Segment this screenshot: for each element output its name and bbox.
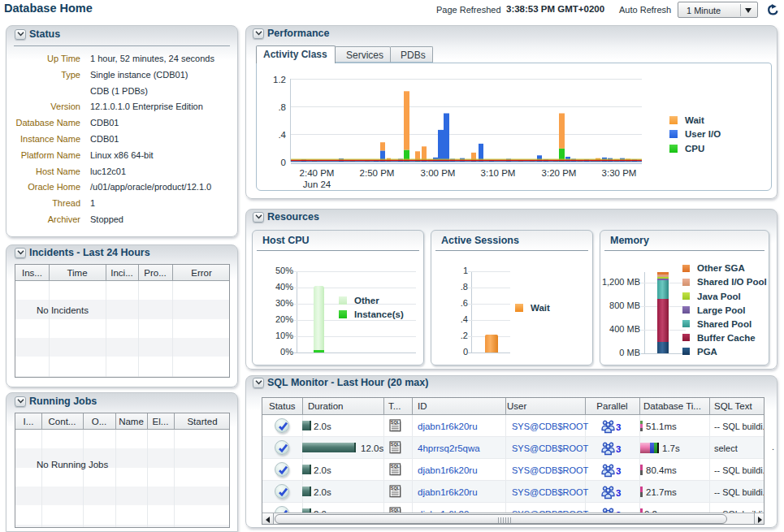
svg-text:SQL: SQL: [391, 464, 401, 469]
svg-text:SQL: SQL: [391, 508, 401, 513]
svg-text:2:40 PM: 2:40 PM: [300, 168, 335, 178]
svg-text:2:50 PM: 2:50 PM: [360, 168, 395, 178]
svg-text:3:00 PM: 3:00 PM: [421, 168, 456, 178]
svg-text:SQL: SQL: [391, 420, 401, 425]
svg-text:3:10 PM: 3:10 PM: [481, 168, 516, 178]
svg-text:SQL: SQL: [391, 486, 401, 491]
svg-text:.8: .8: [278, 102, 286, 112]
svg-text:0: 0: [281, 158, 286, 167]
svg-text:SQL: SQL: [391, 442, 401, 447]
svg-text:3:20 PM: 3:20 PM: [542, 168, 577, 178]
svg-text:.4: .4: [278, 130, 286, 140]
svg-text:1.2: 1.2: [273, 75, 286, 84]
svg-text:3:30 PM: 3:30 PM: [602, 168, 637, 178]
svg-text:Jun 24: Jun 24: [303, 179, 331, 189]
